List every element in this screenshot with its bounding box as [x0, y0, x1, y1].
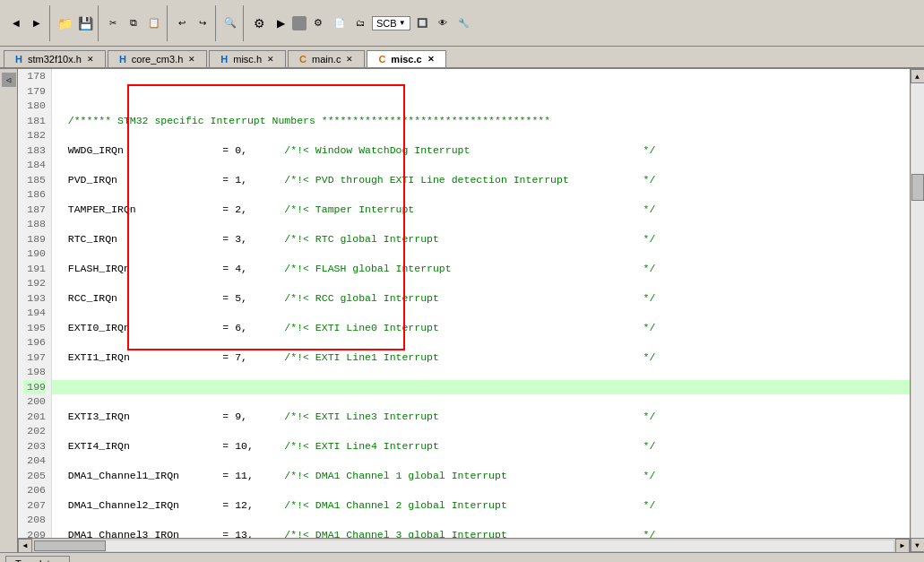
- code-line-182: TAMPER_IRQn = 2, /*!< Tamper Interrupt *…: [56, 203, 906, 218]
- toolbar-right: 🔲 👁 🔧: [412, 13, 473, 33]
- code-line-192: DMA1_Channel2_IRQn = 12, /*!< DMA1 Chann…: [56, 498, 906, 514]
- code-editor[interactable]: 178 179 180 181 182 183 184 185 186 187 …: [18, 69, 910, 552]
- tab-misc-h[interactable]: H misc.h ✕: [209, 50, 286, 67]
- hscroll-right-btn[interactable]: ▶: [895, 539, 910, 553]
- line-num-185: 185: [23, 173, 46, 188]
- status-bar: Templates: [0, 552, 924, 562]
- line-num-198: 198: [23, 365, 46, 380]
- code-line-189: EXTI3_IRQn = 9, /*!< EXTI Line3 Interrup…: [56, 410, 906, 425]
- line-num-208: 208: [23, 513, 46, 528]
- save-button[interactable]: 💾: [75, 13, 95, 33]
- line-num-182: 182: [23, 128, 46, 143]
- line-num-188: 188: [23, 217, 46, 232]
- line-num-180: 180: [23, 99, 46, 114]
- sidebar-collapse-icon[interactable]: ◁: [2, 73, 16, 87]
- templates-label: Templates: [15, 558, 60, 563]
- line-num-189: 189: [23, 232, 46, 247]
- code-line-183: RTC_IRQn = 3, /*!< RTC global Interrupt …: [56, 232, 906, 247]
- tab-main-c-close[interactable]: ✕: [346, 55, 353, 64]
- debug-button[interactable]: ▶: [271, 13, 290, 33]
- code-line-190: EXTI4_IRQn = 10, /*!< EXTI Line4 Interru…: [56, 439, 906, 454]
- tab-misc-h-close[interactable]: ✕: [267, 55, 274, 64]
- main-toolbar: ◀ ▶ 📁 💾 ✂ ⧉ 📋 ↩ ↪ 🔍 ⚙ ▶ ⚙ 📄 🗂 SCB ▼ 🔲 👁: [0, 0, 924, 47]
- code-line-193: DMA1_Channel3_IRQn = 13, /*!< DMA1 Chann…: [56, 528, 906, 539]
- code-line-187: EXTI1_IRQn = 7, /*!< EXTI Line1 Interrup…: [56, 350, 906, 366]
- line-num-190: 190: [23, 246, 46, 262]
- code-line-180: WWDG_IRQn = 0, /*!< Window WatchDog Inte…: [56, 143, 906, 159]
- undo-button[interactable]: ↩: [172, 13, 192, 33]
- tab-core-cm3[interactable]: H core_cm3.h ✕: [108, 50, 207, 67]
- line-num-207: 207: [23, 498, 46, 514]
- code-content-wrapper: /****** STM32 specific Interrupt Numbers…: [52, 69, 910, 538]
- line-num-205: 205: [23, 469, 46, 484]
- horizontal-scrollbar[interactable]: ◀ ▶: [18, 538, 910, 552]
- paste-button[interactable]: 📋: [144, 13, 164, 33]
- wrench-button[interactable]: 🔧: [453, 13, 473, 33]
- tab-misc-c[interactable]: C misc.c ✕: [367, 50, 445, 67]
- misc1-button[interactable]: 📄: [330, 13, 350, 33]
- hscroll-thumb[interactable]: [34, 540, 106, 551]
- vscroll-down-btn[interactable]: ▼: [911, 538, 925, 552]
- tab-misc-c-icon: C: [378, 54, 385, 65]
- line-num-201: 201: [23, 410, 46, 425]
- line-num-193: 193: [23, 291, 46, 307]
- code-line-186: EXTI0_IRQn = 6, /*!< EXTI Line0 Interrup…: [56, 321, 906, 336]
- code-line-179: /****** STM32 specific Interrupt Numbers…: [56, 114, 906, 129]
- misc2-button[interactable]: 🗂: [350, 13, 370, 33]
- line-num-197: 197: [23, 350, 46, 366]
- line-num-187: 187: [23, 203, 46, 218]
- tab-misc-h-label: misc.h: [233, 54, 262, 65]
- vertical-scrollbar[interactable]: ▲ ▼: [910, 69, 924, 552]
- line-num-181: 181: [23, 114, 46, 129]
- line-num-194: 194: [23, 306, 46, 321]
- line-num-192: 192: [23, 276, 46, 291]
- copy-button[interactable]: ⧉: [124, 13, 143, 33]
- line-num-178: 178: [23, 69, 46, 84]
- cut-button[interactable]: ✂: [103, 13, 123, 33]
- code-line-191: DMA1_Channel1_IRQn = 11, /*!< DMA1 Chann…: [56, 469, 906, 484]
- line-num-199: 199: [23, 380, 46, 395]
- hscroll-left-btn[interactable]: ◀: [18, 539, 32, 553]
- code-line-184: FLASH_IRQn = 4, /*!< FLASH global Interr…: [56, 262, 906, 277]
- line-num-204: 204: [23, 454, 46, 469]
- line-num-202: 202: [23, 424, 46, 439]
- back-button[interactable]: ◀: [6, 13, 26, 33]
- toolbar-misc: 📄 🗂: [330, 13, 370, 33]
- toolbar-undo: ↩ ↪: [169, 5, 216, 41]
- code-line-181: PVD_IRQn = 1, /*!< PVD through EXTI Line…: [56, 173, 906, 188]
- config-button[interactable]: ⚙: [308, 13, 328, 33]
- line-num-186: 186: [23, 187, 46, 203]
- open-button[interactable]: 📁: [55, 13, 74, 33]
- line-num-179: 179: [23, 84, 46, 99]
- code-text[interactable]: /****** STM32 specific Interrupt Numbers…: [52, 69, 910, 538]
- left-sidebar: ◁: [0, 69, 18, 552]
- chip-button[interactable]: 🔲: [412, 13, 432, 33]
- line-num-203: 203: [23, 439, 46, 454]
- tab-main-c[interactable]: C main.c ✕: [288, 50, 365, 67]
- vscroll-up-btn[interactable]: ▲: [911, 69, 925, 83]
- scb-dropdown[interactable]: SCB ▼: [372, 16, 410, 30]
- line-num-200: 200: [23, 394, 46, 410]
- line-numbers: 178 179 180 181 182 183 184 185 186 187 …: [18, 69, 52, 538]
- forward-button[interactable]: ▶: [27, 13, 47, 33]
- tab-misc-c-close[interactable]: ✕: [427, 55, 435, 64]
- stop-button[interactable]: [292, 16, 307, 30]
- tab-stm32f10x[interactable]: H stm32f10x.h ✕: [4, 50, 106, 67]
- build-button[interactable]: ⚙: [249, 13, 269, 33]
- tab-misc-h-icon: H: [220, 54, 228, 65]
- find-button[interactable]: 🔍: [220, 13, 240, 33]
- code-line-185: RCC_IRQn = 5, /*!< RCC global Interrupt …: [56, 291, 906, 307]
- vscroll-thumb[interactable]: [911, 174, 924, 201]
- tab-stm32f10x-close[interactable]: ✕: [87, 55, 94, 64]
- tab-stm32f10x-label: stm32f10x.h: [28, 54, 82, 65]
- line-num-196: 196: [23, 335, 46, 350]
- templates-tab[interactable]: Templates: [5, 556, 70, 563]
- tab-core-cm3-label: core_cm3.h: [132, 54, 183, 65]
- tab-core-cm3-close[interactable]: ✕: [188, 55, 195, 64]
- view-button[interactable]: 👁: [433, 13, 453, 33]
- code-line-178: [56, 84, 906, 99]
- hscroll-track[interactable]: [34, 540, 894, 551]
- code-scroll-area: 178 179 180 181 182 183 184 185 186 187 …: [18, 69, 910, 538]
- vscroll-track[interactable]: [911, 83, 924, 538]
- redo-button[interactable]: ↪: [193, 13, 212, 33]
